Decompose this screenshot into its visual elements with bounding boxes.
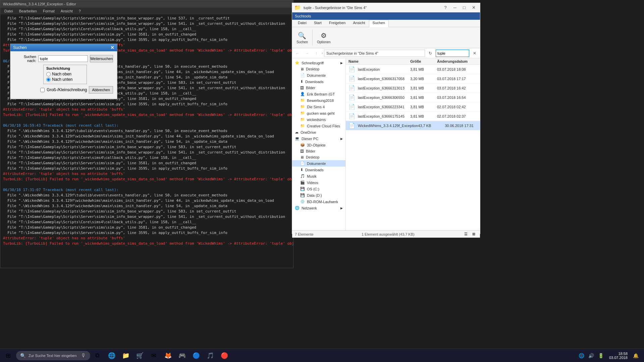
- nav-item[interactable]: 💾 Data (D:): [292, 192, 345, 198]
- file-date: 03.07.2018 18:08: [437, 67, 477, 71]
- nav-item[interactable]: 🖥 Desktop: [292, 154, 345, 160]
- nav-item-label: Die Sims 4: [307, 105, 325, 109]
- nav-item[interactable]: 🌐 Netzwerk ▶: [292, 205, 345, 211]
- nav-item[interactable]: 📁 wickedsims: [292, 116, 345, 123]
- start-button[interactable]: ⊞: [1, 350, 15, 362]
- up-button[interactable]: ↑: [312, 50, 320, 57]
- nav-separator: ›: [322, 51, 323, 55]
- radio-nach-unten[interactable]: [46, 77, 51, 82]
- minimize-button[interactable]: ─: [450, 4, 459, 11]
- nav-item[interactable]: 📄 Dokumente: [292, 72, 345, 78]
- nav-item[interactable]: 👤 Erik Bertram (GT: [292, 91, 345, 97]
- taskbar-firefox[interactable]: 🦊: [161, 350, 175, 362]
- nav-item[interactable]: 📁 Die Sims 4: [292, 104, 345, 110]
- file-item[interactable]: 📄 lastException_63666223341 3,81 MB 02.0…: [346, 102, 480, 112]
- nav-item[interactable]: 💻 Dieser PC ▶: [292, 135, 345, 142]
- taskbar-game1[interactable]: 🎮: [175, 350, 189, 362]
- nav-item-icon: 💿: [300, 199, 305, 204]
- nav-item[interactable]: 🖥 Desktop: [292, 66, 345, 72]
- file-name-cell: 📄 WickedWhims_3.3.4.129f_Exception: [348, 122, 418, 129]
- ribbon-btn-1[interactable]: 🔍 Suchen: [294, 29, 310, 46]
- taskbar-search[interactable]: 🔍 Zur Suche Text hier eingeben 🎙: [16, 351, 90, 360]
- taskbar-clock[interactable]: 18:58 03.07.2018: [606, 352, 630, 360]
- file-item[interactable]: 📄 lastException_63666175145 3,81 MB 02.0…: [346, 112, 480, 121]
- taskbar-edge[interactable]: 🌐: [105, 350, 118, 362]
- nav-item-label: Creative Cloud Files: [307, 124, 340, 128]
- taskbar-app2[interactable]: 🎵: [204, 350, 217, 362]
- taskbar-battery-icon[interactable]: 🔋: [597, 352, 605, 360]
- file-name: lastException: [358, 67, 380, 71]
- search-input[interactable]: [38, 55, 88, 62]
- tab-suchen[interactable]: Suchen: [369, 20, 389, 27]
- nav-item[interactable]: 💾 OS (C:): [292, 186, 345, 192]
- clear-search-button[interactable]: ✕: [471, 50, 479, 57]
- taskbar-mail[interactable]: ✉: [147, 350, 161, 362]
- nav-item[interactable]: 🎵 Musik: [292, 173, 345, 179]
- nav-item[interactable]: 📁 gucken was geht: [292, 110, 345, 116]
- help-window-button[interactable]: ?: [441, 4, 450, 11]
- file-item[interactable]: 📄 lastException_63666306550 3,81 MB 03.0…: [346, 93, 480, 102]
- menu-bearbeiten[interactable]: Bearbeiten: [16, 8, 40, 14]
- nav-item-icon: 🎬: [300, 180, 305, 185]
- menu-ansicht[interactable]: Ansicht: [58, 8, 75, 14]
- refresh-button[interactable]: ↻: [426, 50, 434, 57]
- address-path[interactable]: Suchergebnisse in "Die Sims 4": [324, 50, 425, 57]
- taskbar-app3[interactable]: 🔴: [218, 350, 231, 362]
- notification-icon[interactable]: 🔔: [632, 352, 640, 360]
- taskbar-store[interactable]: 🛒: [133, 350, 147, 362]
- nav-item[interactable]: ⬇ Downloads: [292, 78, 345, 85]
- nav-item-icon: 🖥: [300, 155, 304, 159]
- nav-item-label: wickedsims: [307, 118, 326, 122]
- file-name: lastException_63666317058: [358, 77, 405, 81]
- nav-item[interactable]: 🖼 Bilder: [292, 148, 345, 154]
- nav-item[interactable]: 💿 BD-ROM-Laufwerk: [292, 198, 345, 205]
- radio-nach-oben-row: Nach oben: [46, 72, 84, 76]
- search-close-button[interactable]: ✕: [110, 45, 114, 50]
- tab-datei[interactable]: Datei: [294, 20, 310, 27]
- tab-freigeben[interactable]: Freigeben: [325, 20, 350, 27]
- find-next-button[interactable]: Weitersuchen: [90, 55, 113, 62]
- right-panel: Name Größe Änderungsdatum 📄 lastExceptio…: [346, 58, 480, 230]
- taskbar-task-view[interactable]: ⧉: [91, 350, 104, 362]
- taskbar-volume-icon[interactable]: 🔊: [587, 352, 595, 360]
- file-item[interactable]: 📄 lastException 3,81 MB 03.07.2018 18:08: [346, 65, 480, 74]
- file-item[interactable]: 📄 lastException_63666313013 3,81 MB 03.0…: [346, 83, 480, 93]
- file-item[interactable]: 📄 lastException_63666317058 3,20 MB 03.0…: [346, 74, 480, 83]
- nav-item[interactable]: 📁 Creative Cloud Files: [292, 123, 345, 129]
- cancel-button[interactable]: Abbrechen: [89, 86, 113, 94]
- menu-help[interactable]: ?: [76, 8, 84, 14]
- view-list-button[interactable]: ☰: [463, 231, 469, 237]
- back-button[interactable]: ←: [293, 50, 302, 57]
- taskbar-app1[interactable]: 🔵: [190, 350, 203, 362]
- nav-item-icon: 📁: [300, 124, 305, 128]
- nav-item[interactable]: ☁ OneDrive: [292, 129, 345, 135]
- tab-start[interactable]: Start: [310, 20, 325, 27]
- search-title: Suchen: [13, 45, 27, 50]
- case-checkbox[interactable]: [40, 88, 45, 92]
- nav-item[interactable]: ⬇ Downloads: [292, 167, 345, 173]
- taskbar-explorer[interactable]: 📁: [119, 350, 132, 362]
- forward-button[interactable]: →: [303, 50, 311, 57]
- tab-ansicht[interactable]: Ansicht: [349, 20, 369, 27]
- nav-item[interactable]: 📦 3D-Objekte: [292, 142, 345, 148]
- nav-item[interactable]: 🎬 Videos: [292, 179, 345, 186]
- nav-item[interactable]: 📁 Bewerbung2018: [292, 97, 345, 104]
- menu-format[interactable]: Format: [40, 8, 57, 14]
- nav-item[interactable]: 📄 Dokumente: [292, 160, 345, 167]
- nav-item-label: BD-ROM-Laufwerk: [307, 200, 338, 204]
- file-size: 3,81 MB: [410, 86, 437, 90]
- explorer-search-input[interactable]: [436, 50, 469, 57]
- nav-item[interactable]: 🖼 Bilder: [292, 85, 345, 91]
- view-grid-button[interactable]: ⊞: [471, 231, 477, 237]
- taskbar-network-icon[interactable]: 🌐: [577, 352, 586, 360]
- file-name: lastException_63666175145: [358, 114, 405, 118]
- menu-datei[interactable]: Datei: [2, 8, 16, 14]
- file-date: 03.07.2018 16:54: [437, 96, 477, 100]
- ribbon-btn-2[interactable]: ⚙ Optionen: [315, 29, 333, 46]
- nav-item[interactable]: ⭐ Schnellzugriff ▶: [292, 60, 345, 66]
- search-body: Suchen nach: Weitersuchen Suchrichtung N…: [10, 51, 117, 99]
- file-item[interactable]: 📄 WickedWhims_3.3.4.129f_Exception 43,7 …: [346, 121, 480, 130]
- radio-nach-oben[interactable]: [46, 72, 51, 76]
- maximize-button[interactable]: □: [460, 4, 469, 11]
- close-button[interactable]: ✕: [469, 4, 478, 11]
